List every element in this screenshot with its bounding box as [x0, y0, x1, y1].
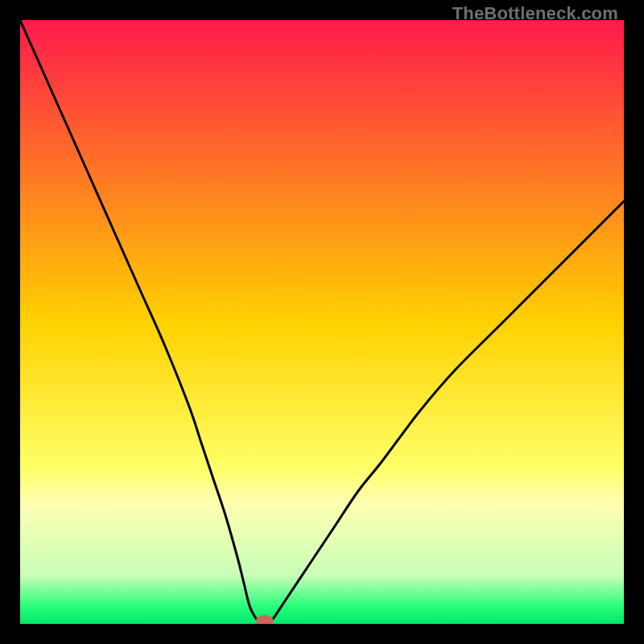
chart-frame	[20, 20, 624, 624]
gradient-background	[20, 20, 624, 624]
watermark-text: TheBottleneck.com	[452, 3, 618, 24]
bottleneck-chart	[20, 20, 624, 624]
